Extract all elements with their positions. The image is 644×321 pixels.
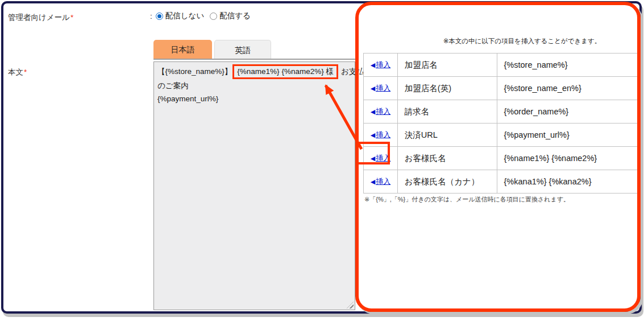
row-variable: {%kana1%} {%kana2%} — [497, 170, 639, 194]
insert-arrow-icon: ◀ — [371, 155, 375, 162]
admin-mail-label: 管理者向けメール* — [8, 13, 73, 23]
page-frame: 管理者向けメール* : 配信しない 配信する 本文* 日本語 英語 【{%sto… — [1, 1, 642, 314]
row-variable: {%store_name%} — [497, 54, 639, 77]
table-row: ◀挿入 決済URL {%payment_url%} — [364, 124, 639, 147]
insert-arrow-icon: ◀ — [371, 131, 375, 139]
row-variable: {%order_name%} — [497, 100, 639, 124]
textarea-line-3: {%payment_url%} — [157, 92, 351, 105]
insert-link-label: 挿入 — [376, 84, 390, 92]
required-asterisk: * — [24, 68, 27, 76]
insert-arrow-icon: ◀ — [371, 61, 375, 69]
insert-link[interactable]: ◀挿入 — [371, 84, 390, 92]
panel-note-bottom: ※「{%」,「%}」付きの文字は、メール送信時に各項目に置換されます。 — [364, 195, 570, 204]
insert-arrow-icon: ◀ — [371, 85, 375, 92]
insert-link-label: 挿入 — [376, 60, 390, 69]
row-field-name: 加盟店名(英) — [397, 77, 497, 100]
annotation-highlight-name-vars: {%name1%} {%name2%} 様 — [232, 64, 338, 79]
row-field-name: 決済URL — [397, 124, 497, 147]
insert-link-customer-name[interactable]: ◀挿入 — [371, 154, 390, 162]
textarea-line1-highlight: {%name1%} {%name2%} 様 — [237, 67, 334, 76]
insert-link[interactable]: ◀挿入 — [371, 130, 390, 139]
separator-colon: : — [150, 12, 152, 20]
required-asterisk: * — [70, 13, 73, 22]
textarea-line1-prefix: 【{%store_name%}】 — [157, 67, 232, 76]
tab-english[interactable]: 英語 — [214, 40, 271, 59]
radio-unchecked-icon[interactable] — [210, 13, 217, 20]
body-label: 本文* — [8, 67, 27, 77]
tab-underline — [153, 59, 356, 60]
row-field-name: 加盟店名 — [397, 54, 497, 77]
insert-link-label: 挿入 — [376, 107, 390, 116]
insert-link-label: 挿入 — [376, 177, 390, 186]
row-variable: {%payment_url%} — [497, 124, 639, 147]
radio-option-no-delivery[interactable]: 配信しない — [156, 11, 204, 21]
insert-link-label: 挿入 — [376, 130, 390, 139]
table-row: ◀挿入 請求名 {%order_name%} — [364, 100, 639, 124]
row-variable: {%store_name_en%} — [497, 77, 639, 100]
insert-link-label: 挿入 — [376, 154, 390, 162]
radio-no-delivery-label: 配信しない — [165, 11, 204, 21]
panel-note-top: ※本文の中に以下の項目を挿入することができます。 — [363, 37, 633, 46]
insert-link[interactable]: ◀挿入 — [371, 177, 390, 186]
textarea-line-1: 【{%store_name%}】{%name1%} {%name2%} 様お支払… — [157, 64, 351, 79]
row-field-name: お客様氏名 — [397, 147, 497, 170]
resize-handle-icon[interactable] — [347, 302, 354, 308]
insert-link[interactable]: ◀挿入 — [371, 107, 390, 116]
table-row: ◀挿入 加盟店名(英) {%store_name_en%} — [364, 77, 639, 100]
body-label-text: 本文 — [8, 68, 23, 76]
radio-delivery-label: 配信する — [219, 11, 251, 21]
textarea-line-2: のご案内 — [157, 79, 351, 92]
insert-arrow-icon: ◀ — [371, 178, 375, 186]
row-variable: {%name1%} {%name2%} — [497, 147, 639, 170]
insert-arrow-icon: ◀ — [371, 108, 375, 116]
row-field-name: 請求名 — [397, 100, 497, 124]
tab-japanese[interactable]: 日本語 — [153, 40, 212, 59]
insert-link[interactable]: ◀挿入 — [371, 60, 390, 69]
table-row: ◀挿入 加盟店名 {%store_name%} — [364, 54, 639, 77]
body-textarea[interactable]: 【{%store_name%}】{%name1%} {%name2%} 様お支払… — [153, 61, 355, 310]
admin-mail-options: : 配信しない 配信する — [150, 11, 256, 21]
table-row: ◀挿入 お客様氏名（カナ） {%kana1%} {%kana2%} — [364, 170, 639, 194]
table-row: ◀挿入 お客様氏名 {%name1%} {%name2%} — [364, 147, 639, 170]
variables-table: ◀挿入 加盟店名 {%store_name%} ◀挿入 加盟店名(英) {%st… — [363, 53, 639, 194]
admin-mail-label-text: 管理者向けメール — [8, 13, 70, 22]
row-field-name: お客様氏名（カナ） — [397, 170, 497, 194]
radio-checked-icon[interactable] — [156, 13, 163, 20]
radio-option-delivery[interactable]: 配信する — [210, 11, 251, 21]
